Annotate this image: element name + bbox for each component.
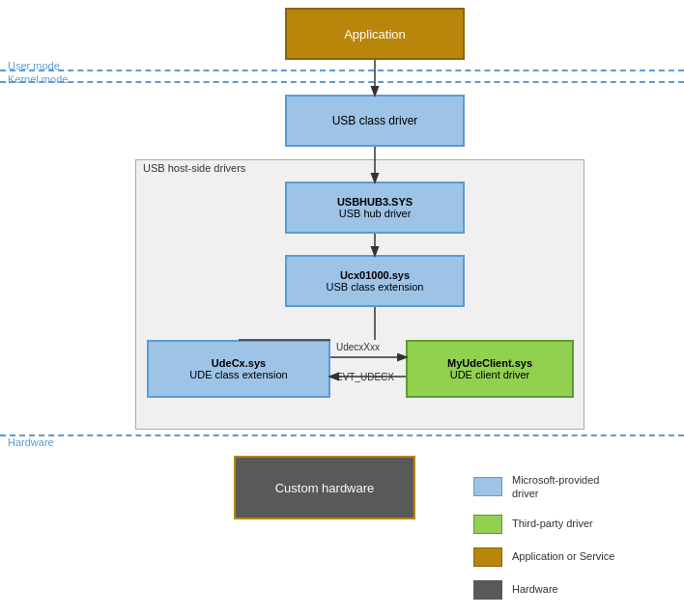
legend: Microsoft-provideddriver Third-party dri… <box>473 473 614 613</box>
udecx-subtitle: UDE class extension <box>189 369 288 380</box>
arrow-top-label: UdecxXxx <box>336 342 380 352</box>
diagram-container: Application User mode Kernel mode USB cl… <box>0 0 684 616</box>
legend-text-blue: Microsoft-provideddriver <box>512 473 599 501</box>
legend-color-gold <box>473 547 502 567</box>
kernel-mode-label: Kernel mode <box>8 73 68 85</box>
legend-item-gold: Application or Service <box>473 547 614 567</box>
myude-title: MyUdeClient.sys <box>447 357 532 369</box>
legend-text-dark: Hardware <box>512 582 558 596</box>
ucx-title: Ucx01000.sys <box>340 269 410 281</box>
usbhub-title: USBHUB3.SYS <box>337 196 413 208</box>
ucx-subtitle: USB class extension <box>327 281 424 293</box>
udecx-box: UdeCx.sys UDE class extension <box>147 340 330 398</box>
legend-color-blue <box>473 477 502 496</box>
legend-item-dark: Hardware <box>473 580 614 600</box>
custom-hardware-box: Custom hardware <box>234 456 415 519</box>
myude-box: MyUdeClient.sys UDE client driver <box>406 340 574 398</box>
myude-subtitle: UDE client driver <box>450 369 530 380</box>
usb-host-label: USB host-side drivers <box>143 162 245 174</box>
arrow-bottom-label: EVT_UDECX <box>336 372 394 382</box>
application-label: Application <box>344 27 406 42</box>
legend-text-green: Third-party driver <box>512 517 593 530</box>
legend-item-blue: Microsoft-provideddriver <box>473 473 614 501</box>
legend-text-gold: Application or Service <box>512 549 614 563</box>
legend-color-dark <box>473 580 502 600</box>
usbhub-box: USBHUB3.SYS USB hub driver <box>285 182 465 234</box>
usb-class-driver-box: USB class driver <box>285 95 465 147</box>
hardware-line <box>0 434 684 436</box>
hardware-label: Hardware <box>8 436 54 448</box>
legend-item-green: Third-party driver <box>473 515 614 534</box>
application-box: Application <box>285 8 465 60</box>
custom-hardware-label: Custom hardware <box>275 481 375 495</box>
user-mode-line <box>0 70 684 71</box>
udecx-title: UdeCx.sys <box>212 357 266 369</box>
legend-color-green <box>473 515 502 534</box>
usbhub-subtitle: USB hub driver <box>339 208 412 219</box>
usb-class-driver-label: USB class driver <box>332 114 418 127</box>
kernel-mode-line <box>0 81 684 83</box>
ucx-box: Ucx01000.sys USB class extension <box>285 255 465 307</box>
